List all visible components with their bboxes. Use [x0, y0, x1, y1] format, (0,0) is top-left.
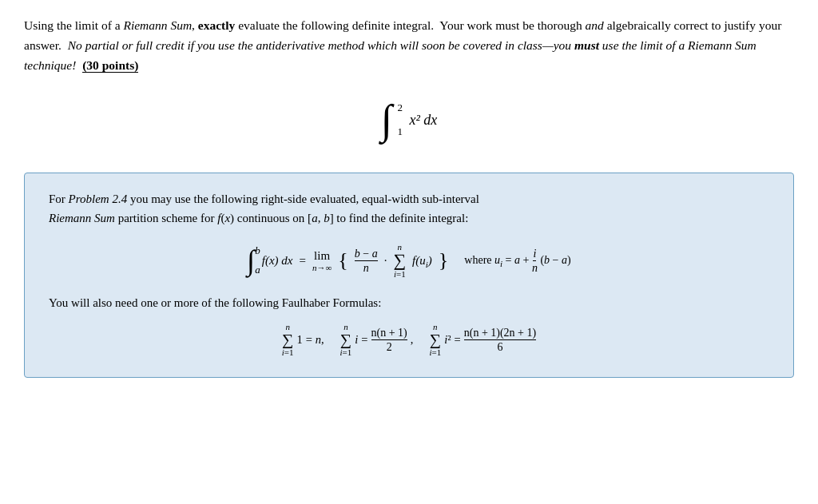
sum2-comma: , [411, 333, 414, 347]
credit-line: credit if you use the antiderivative met… [156, 38, 599, 52]
sum3-bot: i=1 [429, 347, 441, 357]
integrand: x² dx [409, 112, 437, 128]
sigma-char: ∑ [393, 252, 406, 269]
sum3-group: n ∑ i=1 i² = n(n + 1)(2n + 1) 6 [429, 322, 536, 357]
faulhaber-intro: You will also need one or more of the fo… [49, 293, 769, 312]
integral-limits: 2 1 [397, 101, 403, 138]
sum1-sigma: n ∑ i=1 [282, 322, 294, 357]
int-lower-a: a [255, 264, 260, 276]
box-intro-text: For Problem 2.4 you may use the followin… [49, 189, 769, 228]
ba-denominator: n [363, 261, 369, 274]
faulhaber-row: n ∑ i=1 1 = n, n ∑ i=1 i = n(n + 1) 2 [49, 322, 769, 357]
sum2-sigma-char: ∑ [340, 331, 351, 347]
int-fx-dx: f(x) dx [262, 254, 293, 268]
integral-upper: 2 [397, 101, 403, 114]
big-int-limits: b a [255, 244, 260, 276]
n-denominator: n [532, 261, 538, 274]
dot-symbol: · [384, 254, 387, 268]
sum3-eq-sign: = [455, 333, 461, 347]
sum2-bot: i=1 [340, 347, 352, 357]
sum2-sigma: n ∑ i=1 [340, 322, 352, 357]
integral-lower: 1 [397, 125, 403, 138]
sum3-i2: i² [444, 333, 451, 347]
sum3-sigma-char: ∑ [430, 331, 441, 347]
sum1-bot: i=1 [282, 347, 294, 357]
sum2-eq-sign: = [361, 333, 367, 347]
sum1-group: n ∑ i=1 1 = n, [282, 322, 324, 357]
i-numerator: i [533, 248, 536, 261]
points-badge: (30 points) [82, 58, 138, 73]
f-ui: f(ui) [412, 254, 432, 268]
intro-line1: Using the limit of a Riemann Sum, exactl… [24, 18, 781, 73]
i-over-n-fraction: i n [532, 248, 538, 275]
equals-sign-1: = [299, 254, 305, 268]
sum2-num: n(n + 1) [371, 327, 407, 340]
reference-box: For Problem 2.4 you may use the followin… [24, 173, 794, 378]
where-block: where ui = a + i n (b − a) [464, 248, 570, 275]
ba-fraction: b − a n [355, 248, 378, 275]
limit-block: lim n→∞ [312, 249, 332, 272]
sum2-i: i [355, 333, 358, 347]
lim-subscript: n→∞ [312, 263, 332, 272]
sigma-lower: i=1 [394, 269, 406, 279]
page-container: Using the limit of a Riemann Sum, exactl… [24, 16, 794, 378]
sum1-one: 1 [297, 333, 303, 347]
integral-display: ∫ 2 1 x² dx [24, 99, 794, 141]
sum2-fraction: n(n + 1) 2 [371, 327, 407, 354]
open-brace: { [338, 248, 347, 272]
sum2-group: n ∑ i=1 i = n(n + 1) 2 , [340, 322, 414, 357]
int-upper-b: b [255, 244, 260, 257]
left-integral: ∫ b a f(x) dx [247, 244, 292, 277]
sigma-block: n ∑ i=1 [393, 242, 406, 279]
lim-word: lim [314, 249, 330, 263]
sum1-equals: = n, [306, 333, 324, 347]
sum1-sigma-char: ∑ [282, 331, 293, 347]
integral-sign: ∫ [381, 97, 392, 142]
sum3-num: n(n + 1)(2n + 1) [464, 327, 536, 340]
sum3-fraction: n(n + 1)(2n + 1) 6 [464, 327, 536, 354]
ba-numerator: b − a [355, 248, 378, 261]
riemann-formula-row: ∫ b a f(x) dx = lim n→∞ { b − a n · [49, 242, 769, 279]
close-brace: } [439, 248, 448, 272]
sum2-den: 2 [387, 340, 392, 353]
big-int-sign: ∫ [247, 244, 255, 277]
sum3-sigma: n ∑ i=1 [429, 322, 441, 357]
intro-paragraph: Using the limit of a Riemann Sum, exactl… [24, 16, 794, 75]
integral-container: ∫ 2 1 x² dx [381, 99, 438, 141]
sum3-den: 6 [497, 340, 502, 353]
